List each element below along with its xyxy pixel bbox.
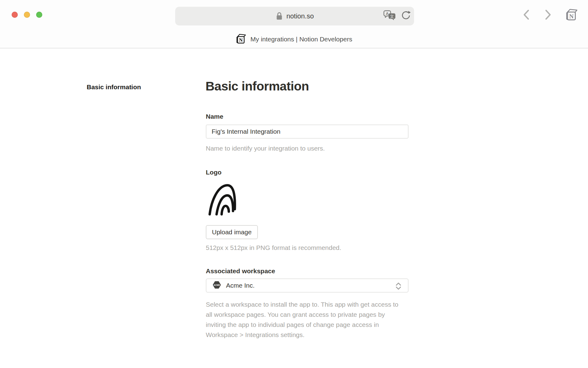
name-label: Name bbox=[206, 113, 223, 120]
workspace-badge-icon: ACME bbox=[213, 281, 221, 290]
lock-icon bbox=[275, 12, 283, 21]
upload-image-button[interactable]: Upload image bbox=[206, 225, 258, 239]
svg-text:N: N bbox=[239, 37, 243, 43]
chevron-up-down-icon bbox=[395, 282, 402, 292]
svg-text:A: A bbox=[386, 11, 389, 16]
associated-workspace-label: Associated workspace bbox=[206, 267, 275, 275]
page-title: Basic information bbox=[205, 79, 309, 94]
notion-favicon: N bbox=[236, 33, 247, 46]
name-help-text: Name to identify your integration to use… bbox=[206, 145, 325, 152]
notion-app-icon[interactable]: N bbox=[565, 8, 578, 23]
back-icon[interactable] bbox=[521, 9, 532, 20]
tab-title-bar: N My integrations | Notion Developers bbox=[0, 32, 588, 47]
browser-chrome: notion.so A 文 bbox=[0, 0, 588, 48]
integration-settings-page: Basic information Basic information Name… bbox=[0, 49, 588, 368]
workspace-selected-value: Acme Inc. bbox=[226, 282, 254, 289]
address-bar[interactable]: notion.so A 文 bbox=[175, 7, 414, 25]
svg-text:N: N bbox=[569, 13, 574, 20]
workspace-select[interactable]: ACME Acme Inc. bbox=[206, 278, 409, 293]
integration-logo-image bbox=[206, 180, 243, 218]
sidebar-item-basic-information[interactable]: Basic information bbox=[87, 83, 141, 91]
name-input[interactable] bbox=[206, 125, 409, 139]
logo-label: Logo bbox=[206, 169, 221, 176]
tab-title: My integrations | Notion Developers bbox=[251, 36, 352, 43]
svg-text:ACME: ACME bbox=[214, 284, 220, 286]
zoom-window-button[interactable] bbox=[36, 12, 42, 18]
reload-icon[interactable] bbox=[401, 10, 411, 22]
minimize-window-button[interactable] bbox=[24, 12, 30, 18]
logo-help-text: 512px x 512px in PNG format is recommend… bbox=[206, 244, 341, 251]
svg-text:文: 文 bbox=[390, 14, 394, 19]
forward-icon[interactable] bbox=[543, 9, 553, 20]
workspace-help-text: Select a workspace to install the app to… bbox=[206, 299, 404, 340]
close-window-button[interactable] bbox=[12, 12, 18, 18]
translate-icon[interactable]: A 文 bbox=[383, 10, 396, 23]
url-text: notion.so bbox=[286, 12, 314, 20]
window-controls bbox=[12, 12, 42, 18]
